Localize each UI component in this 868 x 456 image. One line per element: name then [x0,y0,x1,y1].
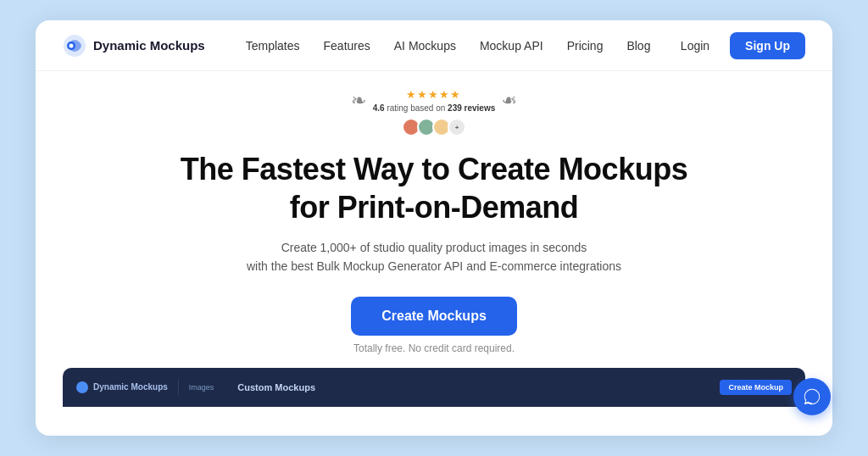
cta-button[interactable]: Create Mockups [351,297,517,336]
hero-subtext: Create 1,000+ of studio quality product … [247,238,621,276]
chat-bubble[interactable] [793,378,831,415]
nav-link-features[interactable]: Features [324,39,370,53]
nav-actions: Login Sign Up [670,32,805,59]
preview-bar: Dynamic Mockups Images Custom Mockups Cr… [63,368,805,407]
navbar: Dynamic Mockups Templates Features AI Mo… [36,20,832,71]
cta-note: Totally free. No credit card required. [353,342,515,354]
hero-heading-line1: The Fastest Way to Create Mockups [181,152,687,186]
rating-badge: ❧ ★★★★★ 4.6 rating based on 239 reviews … [351,88,518,136]
avatars-row: + [402,118,466,136]
rating-score: 4.6 [373,103,385,113]
preview-logo-dot [76,381,88,393]
laurel-left-icon: ❧ [351,92,366,110]
preview-logo: Dynamic Mockups [76,381,168,393]
chat-icon [803,387,821,406]
login-button[interactable]: Login [670,34,720,58]
logo-icon [63,34,86,58]
logo[interactable]: Dynamic Mockups [63,34,205,58]
svg-point-2 [70,43,74,47]
preview-logo-text: Dynamic Mockups [93,382,168,392]
nav-link-mockup-api[interactable]: Mockup API [480,39,543,53]
hero-heading: The Fastest Way to Create Mockups for Pr… [181,150,687,226]
laurel-right-icon: ❧ [502,92,517,110]
preview-title: Custom Mockups [237,382,315,392]
star-rating: ★★★★★ [406,88,461,101]
nav-link-pricing[interactable]: Pricing [567,39,604,53]
signup-button[interactable]: Sign Up [730,32,805,59]
preview-nav-item: Images [189,383,214,392]
hero-heading-line2: for Print-on-Demand [290,190,578,225]
nav-link-ai-mockups[interactable]: AI Mockups [394,39,456,53]
nav-link-blog[interactable]: Blog [626,39,650,53]
rating-label: rating based on 239 reviews [387,103,495,113]
logo-text: Dynamic Mockups [93,38,205,53]
rating-text: 4.6 rating based on 239 reviews [373,103,496,113]
preview-create-button[interactable]: Create Mockup [720,380,792,395]
hero-subtext-line1: Create 1,000+ of studio quality product … [281,241,587,254]
hero-section: ❧ ★★★★★ 4.6 rating based on 239 reviews … [36,71,832,436]
nav-links: Templates Features AI Mockups Mockup API… [246,39,670,53]
nav-link-templates[interactable]: Templates [246,39,300,53]
avatar-more: + [448,118,466,136]
hero-subtext-line2: with the best Bulk Mockup Generator API … [247,259,621,273]
preview-divider [178,379,179,396]
